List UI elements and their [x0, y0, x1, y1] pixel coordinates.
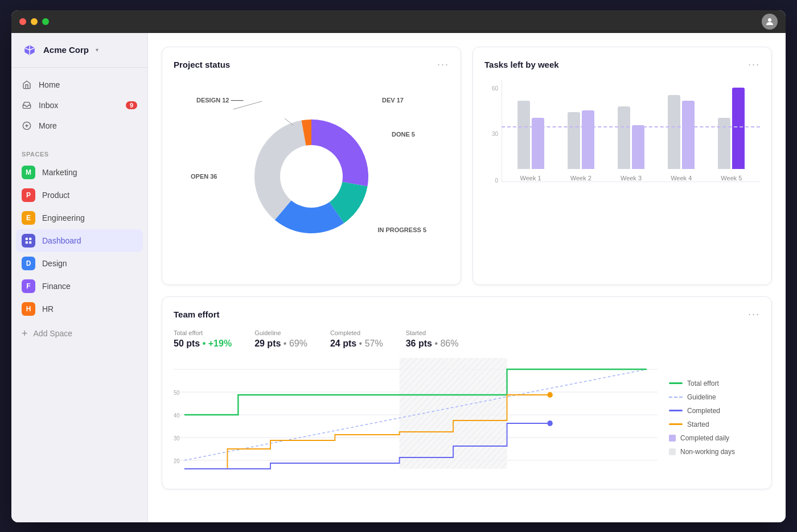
metric-guideline: Guideline 29 pts • 69%: [254, 329, 307, 349]
metric-label-total: Total effort: [174, 329, 232, 336]
sidebar-item-home[interactable]: Home: [11, 75, 147, 95]
svg-point-24: [547, 392, 552, 398]
home-label: Home: [39, 80, 60, 89]
bar-group-week3: Week 3: [608, 78, 654, 182]
sidebar-item-hr[interactable]: H HR: [11, 298, 147, 320]
inbox-icon: [22, 100, 32, 110]
line-chart-svg: 20 30 40 50: [174, 358, 658, 477]
bar-group-week5: Week 5: [709, 78, 754, 182]
inbox-badge: 9: [126, 101, 137, 109]
chart-with-legend: 20 30 40 50: [174, 358, 760, 477]
dashboard-icon: [22, 234, 35, 248]
team-effort-title: Team effort: [174, 310, 220, 319]
sidebar-nav: Home Inbox 9 More: [11, 68, 147, 143]
maximize-button[interactable]: [42, 18, 49, 25]
sidebar-item-engineering[interactable]: E Engineering: [11, 207, 147, 229]
legend-line-started: [669, 423, 683, 425]
legend-completed: Completed: [669, 407, 760, 415]
legend-label-total: Total effort: [687, 380, 719, 387]
more-label: More: [39, 121, 57, 130]
metric-value-started: 36 pts • 86%: [406, 339, 459, 349]
hr-icon: H: [22, 302, 35, 316]
metric-pct-guide: • 69%: [284, 339, 307, 348]
bar-week1-gray: [517, 101, 530, 169]
plus-icon: +: [22, 328, 28, 339]
legend-label-completed: Completed: [687, 407, 720, 415]
bar-group-week1: Week 1: [508, 78, 553, 182]
sidebar-item-more[interactable]: More: [11, 116, 147, 136]
metric-pct-completed: • 57%: [359, 339, 383, 348]
metric-label-started: Started: [406, 329, 459, 336]
legend-swatch-daily: [669, 435, 676, 442]
close-button[interactable]: [19, 18, 26, 25]
legend-label-guide: Guideline: [687, 393, 716, 401]
legend-completed-daily: Completed daily: [669, 434, 760, 442]
sidebar-header[interactable]: Acme Corp ▾: [11, 33, 147, 68]
metric-started: Started 36 pts • 86%: [406, 329, 459, 349]
y-label-30-bar: 30: [484, 131, 498, 137]
finance-icon: F: [22, 279, 35, 293]
sidebar-item-design[interactable]: D Design: [11, 252, 147, 275]
svg-text:30: 30: [174, 435, 180, 441]
metric-label-completed: Completed: [330, 329, 383, 336]
svg-point-0: [768, 18, 771, 22]
bar-week2-purple: [582, 110, 594, 169]
sidebar-item-product[interactable]: P Product: [11, 184, 147, 207]
traffic-lights: [19, 18, 49, 25]
team-effort-menu[interactable]: ···: [748, 308, 760, 320]
product-icon: P: [22, 188, 35, 202]
legend-label-daily: Completed daily: [680, 434, 729, 442]
chevron-down-icon: ▾: [96, 47, 98, 53]
minimize-button[interactable]: [31, 18, 38, 25]
sidebar-item-marketing[interactable]: M Marketing: [11, 161, 147, 184]
metric-value-guide: 29 pts • 69%: [254, 339, 307, 349]
engineering-icon: E: [22, 211, 35, 225]
pie-label-dev: DEV 17: [382, 97, 404, 104]
week3-label: Week 3: [621, 175, 642, 182]
svg-point-8: [280, 145, 343, 208]
add-space-button[interactable]: + Add Space: [11, 323, 147, 344]
spaces-list: M Marketing P Product E Engineering Dash…: [11, 161, 147, 320]
metric-pct-started: • 86%: [434, 339, 458, 348]
svg-rect-5: [29, 237, 31, 240]
svg-text:40: 40: [174, 412, 180, 418]
pie-label-done: DONE 5: [392, 131, 415, 138]
bar-week5-purple: [732, 88, 745, 169]
project-status-menu[interactable]: ···: [437, 59, 449, 71]
svg-point-25: [547, 420, 552, 426]
bar-week4-purple: [682, 101, 695, 169]
legend-label-nonwork: Non-working days: [680, 448, 735, 456]
tasks-by-week-title: Tasks left by week: [484, 60, 559, 69]
hr-label: HR: [42, 304, 54, 314]
dashboard-label: Dashboard: [42, 236, 81, 245]
company-name: Acme Corp: [43, 45, 89, 55]
week1-label: Week 1: [520, 175, 541, 182]
sidebar-item-inbox[interactable]: Inbox 9: [11, 95, 147, 116]
pie-label-open: OPEN 36: [191, 173, 217, 180]
team-effort-card: Team effort ··· Total effort 50 pts • +1…: [162, 296, 772, 489]
bar-week3-gray: [618, 106, 630, 169]
main-content: Project status ··· DESIGN 12 —— DEV 17 D…: [148, 33, 786, 522]
design-label: Design: [42, 259, 67, 268]
sidebar-item-finance[interactable]: F Finance: [11, 275, 147, 298]
svg-rect-6: [26, 241, 28, 244]
more-icon: [22, 121, 32, 131]
marketing-label: Marketing: [42, 168, 77, 177]
metrics-row: Total effort 50 pts • +19% Guideline 29 …: [174, 329, 760, 349]
bar-week5-gray: [718, 118, 730, 169]
app-window: Acme Corp ▾ Home Inbox 9: [11, 10, 786, 522]
metric-value-completed: 24 pts • 57%: [330, 339, 383, 349]
legend-total-effort: Total effort: [669, 380, 760, 387]
tasks-by-week-menu[interactable]: ···: [748, 59, 760, 71]
product-label: Product: [42, 191, 69, 200]
sidebar-item-dashboard[interactable]: Dashboard: [16, 229, 143, 252]
y-label-60: 60: [484, 85, 498, 92]
pie-chart: [243, 108, 380, 245]
week2-label: Week 2: [570, 175, 591, 182]
home-icon: [22, 80, 32, 90]
avatar[interactable]: [762, 14, 778, 30]
engineering-label: Engineering: [42, 213, 85, 222]
legend-line-total: [669, 382, 683, 384]
bar-chart-area: 60 30 0: [484, 80, 760, 273]
legend-dash-guide: [669, 397, 683, 398]
